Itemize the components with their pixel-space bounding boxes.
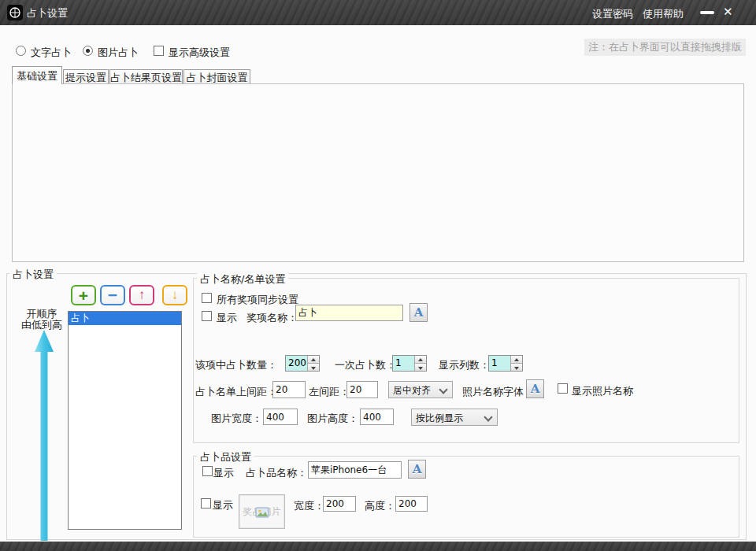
count-value: 200 [286, 356, 307, 371]
tab-hint-settings[interactable]: 提示设置 [63, 69, 109, 84]
per-draw-label: 一次占卜数： [335, 358, 396, 372]
prize-image-width-label: 宽度： [294, 499, 324, 513]
image-width-field[interactable] [263, 409, 298, 425]
prize-image-width-field[interactable] [323, 496, 356, 512]
image-mode-label: 图片占卜 [98, 46, 139, 60]
picture-icon [255, 506, 269, 518]
show-prize-name-checkbox[interactable] [202, 311, 212, 321]
photo-font-button[interactable]: A [526, 379, 544, 398]
text-mode-label: 文字占卜 [31, 46, 72, 60]
order-note: 开顺序 由低到高 [16, 309, 68, 331]
set-password-menu[interactable]: 设置密码 [592, 7, 633, 21]
per-draw-stepper[interactable]: 1 [392, 355, 427, 372]
prize-item-name-field[interactable] [308, 461, 402, 479]
order-note-line1: 开顺序 [27, 308, 57, 320]
prize-name-label: 奖项名称： [246, 311, 298, 325]
minimize-icon[interactable] [700, 11, 714, 14]
help-menu[interactable]: 使用帮助 [643, 7, 684, 21]
scale-mode-value: 按比例显示 [416, 412, 463, 423]
show-prize-name-label: 显示 [217, 311, 237, 325]
prize-name-font-button[interactable]: A [410, 303, 428, 322]
tab-result-page-settings[interactable]: 占卜结果页设置 [109, 69, 183, 84]
prize-item-name-label: 占卜品名称： [246, 466, 307, 480]
stepper-up-icon[interactable] [415, 356, 426, 363]
window-title: 占卜设置 [27, 6, 68, 20]
per-draw-value: 1 [393, 356, 414, 371]
add-item-button[interactable]: + [71, 285, 96, 305]
text-mode-radio[interactable] [16, 46, 26, 56]
prize-list[interactable]: 占卜 [68, 311, 182, 530]
left-gap-label: 左间距： [309, 385, 350, 399]
order-note-line2: 由低到高 [21, 319, 62, 331]
lottery-settings-group-label: 占卜设置 [9, 268, 57, 282]
show-prize-item-checkbox[interactable] [202, 466, 213, 476]
top-gap-field[interactable] [272, 381, 306, 398]
tab-basic-settings[interactable]: 基础设置 [12, 66, 62, 84]
show-prize-image-checkbox[interactable] [201, 498, 211, 508]
sync-all-checkbox[interactable] [202, 293, 212, 303]
align-value: 居中对齐 [393, 385, 431, 396]
stepper-down-icon[interactable] [308, 363, 319, 371]
columns-value: 1 [489, 356, 510, 371]
left-gap-field[interactable] [346, 381, 378, 398]
settings-window: 占卜设置 设置密码 使用帮助 ✕ 文字占卜 图片占卜 显示高级设置 注：在占卜界… [0, 0, 756, 551]
remove-item-button[interactable]: − [100, 285, 125, 305]
show-prize-image-label: 显示 [213, 498, 233, 512]
image-mode-radio[interactable] [83, 46, 93, 56]
tab-cover-settings[interactable]: 占卜封面设置 [183, 69, 250, 84]
prize-image-height-label: 高度： [365, 499, 395, 513]
stepper-up-icon[interactable] [308, 356, 319, 363]
image-height-label: 图片高度： [307, 412, 358, 426]
show-prize-item-label: 显示 [213, 466, 234, 480]
drag-hint-note: 注：在占卜界面可以直接拖拽排版 [584, 39, 746, 56]
show-photo-name-checkbox[interactable] [558, 383, 568, 394]
order-direction-arrow-icon [34, 330, 54, 541]
sync-all-label: 所有奖项同步设置 [217, 293, 298, 307]
app-icon [7, 5, 23, 24]
prize-name-field[interactable] [295, 305, 403, 321]
close-icon[interactable]: ✕ [723, 5, 733, 19]
columns-label: 显示列数： [439, 358, 490, 372]
prize-image-height-field[interactable] [395, 496, 428, 512]
prize-image-picker[interactable]: 奖品图片 [239, 494, 285, 529]
list-item[interactable]: 占卜 [69, 312, 181, 325]
show-photo-name-label: 显示照片名称 [572, 384, 633, 398]
align-select[interactable]: 居中对齐 [388, 381, 453, 398]
move-up-button[interactable]: ↑ [129, 285, 154, 305]
image-width-label: 图片宽度： [211, 412, 262, 426]
stepper-down-icon[interactable] [415, 363, 426, 371]
top-gap-label: 占卜名单上间距： [195, 385, 277, 399]
prize-item-font-button[interactable]: A [408, 460, 426, 479]
move-down-button[interactable]: ↓ [162, 285, 187, 305]
scale-mode-select[interactable]: 按比例显示 [411, 409, 498, 426]
title-bar: 占卜设置 设置密码 使用帮助 ✕ [0, 0, 756, 25]
name-settings-group-label: 占卜名称/名单设置 [197, 272, 288, 287]
count-label: 该项中占卜数量： [195, 358, 277, 372]
count-stepper[interactable]: 200 [285, 355, 320, 372]
columns-stepper[interactable]: 1 [488, 355, 523, 372]
prize-settings-group-label: 占卜品设置 [197, 450, 254, 464]
photo-font-label: 照片名称字体 [462, 385, 524, 399]
stepper-up-icon[interactable] [511, 356, 522, 363]
stepper-down-icon[interactable] [511, 363, 522, 371]
bottom-bar [0, 542, 756, 551]
advanced-settings-checkbox[interactable] [154, 46, 164, 56]
basic-settings-panel [12, 83, 744, 262]
advanced-settings-label: 显示高级设置 [169, 46, 230, 60]
image-height-field[interactable] [360, 409, 394, 425]
